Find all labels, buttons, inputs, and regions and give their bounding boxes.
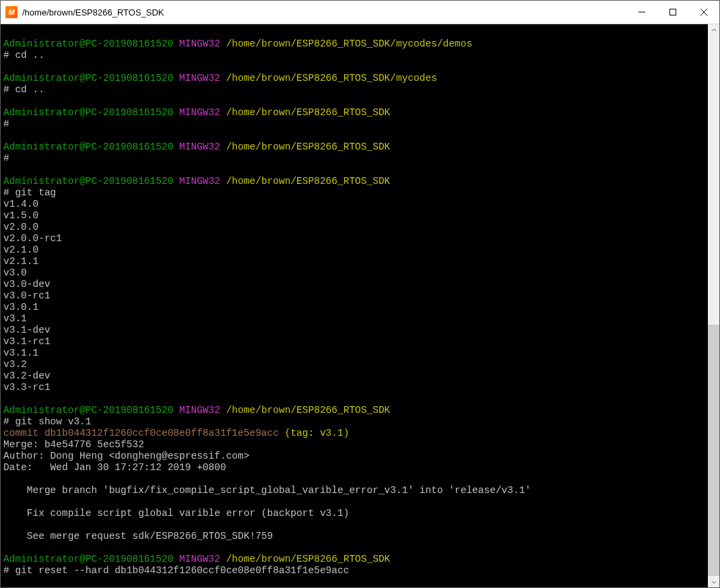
minimize-button[interactable] — [626, 1, 657, 24]
app-window: M /home/brown/ESP8266_RTOS_SDK Administr… — [0, 0, 720, 588]
close-button[interactable] — [688, 1, 719, 24]
title-bar[interactable]: M /home/brown/ESP8266_RTOS_SDK — [1, 1, 719, 24]
svg-rect-1 — [670, 9, 676, 15]
terminal-output[interactable]: Administrator@PC-201908161520 MINGW32 /h… — [1, 24, 708, 587]
minimize-icon — [639, 9, 645, 15]
scrollbar-track[interactable] — [708, 36, 719, 576]
app-icon-letter: M — [8, 8, 14, 16]
content-area: Administrator@PC-201908161520 MINGW32 /h… — [1, 24, 719, 587]
chevron-down-icon[interactable] — [708, 576, 719, 587]
close-icon — [700, 9, 707, 15]
maximize-icon — [669, 9, 676, 15]
vertical-scrollbar[interactable] — [708, 24, 719, 587]
scrollbar-thumb[interactable] — [708, 325, 719, 576]
maximize-button[interactable] — [657, 1, 688, 24]
window-title: /home/brown/ESP8266_RTOS_SDK — [22, 7, 164, 18]
app-icon: M — [5, 6, 18, 18]
chevron-up-icon[interactable] — [708, 24, 719, 36]
